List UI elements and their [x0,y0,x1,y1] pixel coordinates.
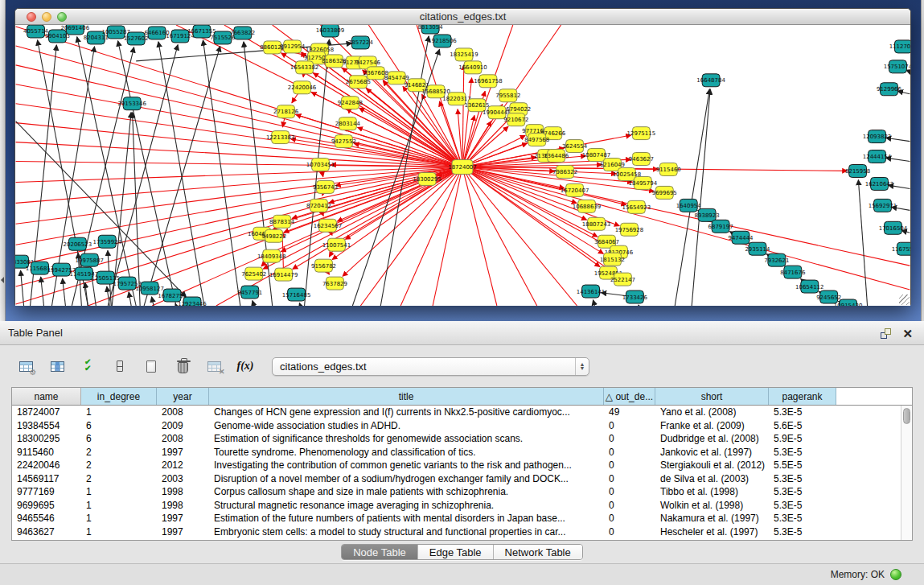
graph-node-15751074[interactable]: 15751074 [884,60,910,73]
graph-node-8215958[interactable]: 8215958 [845,165,870,178]
graph-node-9457791[interactable]: 9457791 [237,286,262,299]
cell-title[interactable]: Embryonic stem cells: a model to study s… [209,525,604,539]
cell-in_degree[interactable]: 2 [81,446,157,459]
cell-pagerank[interactable]: 5.6E-5 [769,419,836,433]
graph-node-8912954[interactable]: 8912954 [280,40,306,53]
graph-node-2803144[interactable]: 2803144 [335,117,361,130]
cell-in_degree[interactable]: 6 [81,432,157,446]
cell-out_de[interactable]: 0 [604,432,655,446]
left-panel-collapse-rail[interactable] [0,0,6,321]
cell-name[interactable]: 9115460 [12,446,81,459]
cell-pagerank[interactable]: 5.9E-5 [769,432,836,446]
graph-node-10688639[interactable]: 10688639 [573,200,601,212]
cell-out_de[interactable]: 0 [604,446,655,459]
cell-out_de[interactable]: 0 [604,525,655,539]
window-titlebar[interactable]: citations_edges.txt [15,9,910,25]
column-header-out_de[interactable]: △ out_de... [604,388,655,405]
graph-node-11675533[interactable]: 11675533 [892,242,910,255]
table-scrollbar[interactable] [901,406,912,540]
graph-node-9498222[interactable]: 9498222 [261,229,286,242]
cell-year[interactable]: 1997 [157,512,209,525]
cell-title[interactable]: Corpus callosum shape and size in male p… [209,485,604,499]
cell-name[interactable]: 9463627 [12,525,81,539]
graph-node-9699695[interactable]: 9699695 [652,186,677,199]
table-row[interactable]: 1938455462009Genome-wide association stu… [12,419,901,433]
cell-title[interactable]: Structural magnetic resonance image aver… [209,499,604,513]
cell-short[interactable]: Franke et al. (2009) [655,419,769,433]
cell-name[interactable]: 9699695 [12,499,81,513]
graph-node-7625402[interactable]: 7625402 [241,267,266,280]
cell-name[interactable]: 9777169 [12,485,81,499]
delete-icon[interactable] [173,356,192,376]
table-row[interactable]: 946362711997Embryonic stem cells: a mode… [12,525,901,539]
graph-node-1640954[interactable]: 1640954 [676,199,702,212]
table-row[interactable]: 1830029562008Estimation of significance … [12,432,901,446]
graph-node-1364486[interactable]: 1364486 [544,150,569,163]
close-window-button[interactable] [27,12,36,22]
cell-pagerank[interactable]: 5.3E-5 [769,406,836,419]
cell-pagerank[interactable]: 5.5E-5 [769,459,836,472]
cell-pagerank[interactable]: 5.3E-5 [769,446,836,459]
cell-short[interactable]: Hescheler et al. (1997) [655,525,769,539]
cell-pagerank[interactable]: 5.3E-5 [769,472,836,486]
column-header-name[interactable]: name [12,388,81,405]
graph-node-9156782[interactable]: 9156782 [311,259,336,272]
cell-in_degree[interactable]: 1 [81,499,157,513]
graph-node-1815132[interactable]: 1815132 [600,253,625,266]
graph-node-15716485[interactable]: 15716485 [282,288,310,301]
column-header-title[interactable]: title [209,388,604,405]
graph-node-8878314[interactable]: 8878314 [269,215,295,228]
graph-node-16033809[interactable]: 16033809 [316,25,344,37]
delete-table-icon[interactable] [204,356,224,376]
cell-name[interactable]: 19384554 [12,419,81,433]
graph-node-7932621[interactable]: 7932621 [764,253,789,266]
cell-short[interactable]: Dudbridge et al. (2008) [655,432,769,446]
cell-year[interactable]: 2012 [157,459,209,472]
cell-short[interactable]: Nakamura et al. (1997) [655,512,769,525]
graph-node-8720412[interactable]: 8720412 [306,199,331,212]
column-header-in_degree[interactable]: in_degree [81,388,157,405]
graph-node-16648784[interactable]: 16648784 [696,74,725,87]
cell-short[interactable]: Wolkin et al. (1998) [655,499,769,513]
graph-node-16210643[interactable]: 16210643 [865,177,893,190]
graph-node-9210672[interactable]: 9210672 [503,113,528,126]
graph-node-12975115[interactable]: 12975115 [627,127,655,140]
table-row[interactable]: 911546021997Tourette syndrome. Phenomeno… [12,446,901,459]
table-scrollbar-thumb[interactable] [903,408,910,424]
cell-pagerank[interactable]: 5.3E-5 [769,525,836,539]
graph-node-8471676[interactable]: 8471676 [780,266,805,278]
graph-node-2718126[interactable]: 2718126 [273,105,298,118]
graph-node-12093822[interactable]: 12093822 [863,130,891,143]
graph-node-7986322[interactable]: 7986322 [552,166,577,179]
cell-in_degree[interactable]: 1 [81,406,157,419]
graph-node-18724007[interactable]: 18724007 [448,160,476,175]
cell-name[interactable]: 18300295 [12,432,81,446]
cell-title[interactable]: Tourette syndrome. Phenomenology and cla… [209,446,604,459]
cell-short[interactable]: Jankovic et al. (1997) [655,446,769,459]
graph-node-6879197[interactable]: 6879197 [708,220,733,233]
cell-name[interactable]: 14569117 [12,472,81,486]
cell-name[interactable]: 22420046 [12,459,81,472]
graph-node-9356743[interactable]: 9356743 [313,180,338,193]
cell-out_de[interactable]: 0 [604,512,655,525]
cell-year[interactable]: 1998 [157,499,209,513]
graph-node-19218506[interactable]: 19218506 [428,35,456,47]
float-panel-icon[interactable] [881,328,891,339]
graph-node-7637829[interactable]: 7637829 [322,277,347,290]
cell-year[interactable]: 1997 [157,525,209,539]
cell-short[interactable]: de Silva et al. (2003) [655,472,769,486]
cell-year[interactable]: 1998 [157,485,209,499]
cell-pagerank[interactable]: 5.3E-5 [769,512,836,525]
select-columns-icon[interactable] [47,356,67,376]
close-panel-icon[interactable]: ✕ [902,328,913,340]
graph-node-15692971[interactable]: 15692971 [869,199,897,212]
graph-node-19756928[interactable]: 19756928 [615,223,643,236]
graph-node-9427552[interactable]: 9427552 [331,135,356,148]
graph-node-17016504[interactable]: 17016504 [879,221,908,234]
tab-network-table[interactable]: Network Table [493,545,582,559]
cell-title[interactable]: Changes of HCN gene expression and I(f) … [209,406,604,419]
graph-node-16640910[interactable]: 16640910 [458,61,487,74]
cell-title[interactable]: Genome-wide association studies in ADHD. [209,419,604,433]
graph-node-11127093[interactable]: 11127093 [889,40,910,53]
cell-short[interactable]: Tibbo et al. (1998) [655,485,769,499]
